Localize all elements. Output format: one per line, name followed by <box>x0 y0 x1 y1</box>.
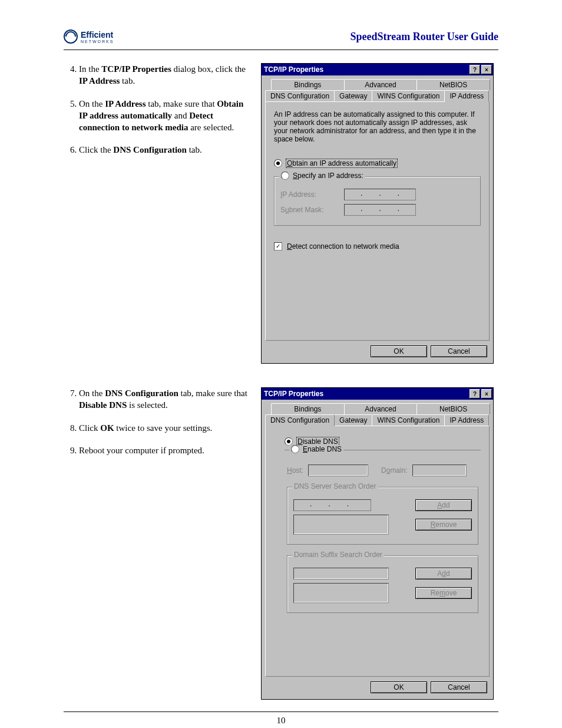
help-icon[interactable]: ? <box>470 65 480 74</box>
step-5: On the IP Address tab, make sure that Ob… <box>79 98 252 134</box>
dns-ip-input: ... <box>293 499 371 511</box>
host-label: Host: <box>287 466 303 475</box>
tab-advanced[interactable]: Advanced <box>344 403 418 414</box>
group-domain-suffix-order: Domain Suffix Search Order Add Remove <box>287 555 478 613</box>
radio-enable-dns[interactable]: Enable DNS <box>303 445 342 453</box>
brand-sub: NETWORKS <box>81 39 114 44</box>
swirl-icon <box>64 29 78 44</box>
titlebar[interactable]: TCP/IP Properties ? × <box>262 388 493 400</box>
tab-advanced[interactable]: Advanced <box>344 79 418 90</box>
instructions-2: On the DNS Configuration tab, make sure … <box>64 387 252 467</box>
tab-netbios[interactable]: NetBIOS <box>416 79 490 90</box>
step-7: On the DNS Configuration tab, make sure … <box>79 387 252 411</box>
brand-logo: Efficient NETWORKS <box>64 29 114 44</box>
ok-button[interactable]: OK <box>371 681 427 693</box>
close-icon[interactable]: × <box>481 389 492 398</box>
tab-netbios[interactable]: NetBIOS <box>416 403 490 414</box>
radio-specify-ip[interactable]: Specify an IP address: <box>293 172 363 180</box>
tab-bindings[interactable]: Bindings <box>271 403 345 414</box>
subnet-mask-input: ... <box>344 204 416 216</box>
dialog-title: TCP/IP Properties <box>264 390 323 398</box>
guide-title: SpeedStream Router User Guide <box>351 31 499 43</box>
checkbox-detect-connection[interactable]: ✓ Detect connection to network media <box>274 242 481 251</box>
dialog-title: TCP/IP Properties <box>264 65 323 74</box>
dialog-dns-config: TCP/IP Properties ? × Bindings Advanced … <box>261 387 494 700</box>
step-9: Reboot your computer if prompted. <box>79 444 252 456</box>
remove-button: Remove <box>415 587 472 599</box>
tab-bindings[interactable]: Bindings <box>271 79 345 90</box>
instructions-1: In the TCP/IP Properties dialog box, cli… <box>64 63 252 167</box>
ip-address-label: IP Address: <box>280 190 339 199</box>
tab-wins-configuration[interactable]: WINS Configuration <box>372 90 445 101</box>
close-icon[interactable]: × <box>481 65 492 74</box>
tab-panel-ip-address: An IP address can be automatically assig… <box>265 101 490 341</box>
radio-icon <box>274 159 282 167</box>
suffix-input <box>293 568 389 579</box>
domain-input <box>412 465 467 476</box>
brand-name: Efficient <box>81 30 114 39</box>
header-rule <box>64 50 498 50</box>
tab-dns-configuration[interactable]: DNS Configuration <box>265 90 335 101</box>
subnet-mask-label: Subnet Mask: <box>280 206 339 214</box>
dns-list <box>293 515 389 535</box>
tab-dns-configuration[interactable]: DNS Configuration <box>265 414 335 426</box>
radio-obtain-auto[interactable]: Obtain an IP address automatically <box>274 159 481 168</box>
step-6: Click the DNS Configuration tab. <box>79 144 252 156</box>
ok-button[interactable]: OK <box>371 345 427 357</box>
radio-icon <box>291 445 299 453</box>
domain-label: Domain: <box>381 466 408 475</box>
cancel-button[interactable]: Cancel <box>431 681 487 693</box>
dns-server-order-label: DNS Server Search Order <box>292 482 378 490</box>
radio-icon <box>281 172 289 180</box>
radio-icon <box>285 437 293 446</box>
tab-ip-address[interactable]: IP Address <box>444 90 489 102</box>
domain-suffix-order-label: Domain Suffix Search Order <box>292 551 384 559</box>
host-input <box>308 465 368 476</box>
tab-gateway[interactable]: Gateway <box>334 90 372 101</box>
help-icon[interactable]: ? <box>470 389 480 398</box>
ip-address-input: ... <box>344 189 416 200</box>
tab-wins-configuration[interactable]: WINS Configuration <box>372 414 445 426</box>
suffix-list <box>293 583 389 603</box>
group-specify-ip: Specify an IP address: IP Address: ... S… <box>274 176 481 226</box>
remove-button: Remove <box>415 519 472 531</box>
step-4: In the TCP/IP Properties dialog box, cli… <box>79 63 252 87</box>
step-8: Click OK twice to save your settings. <box>79 422 252 434</box>
checkbox-icon: ✓ <box>274 242 282 251</box>
cancel-button[interactable]: Cancel <box>431 345 487 357</box>
panel-description: An IP address can be automatically assig… <box>274 110 481 143</box>
page-number: 10 <box>64 711 498 726</box>
dialog-ip-address: TCP/IP Properties ? × Bindings Advanced … <box>261 63 494 364</box>
titlebar[interactable]: TCP/IP Properties ? × <box>262 64 493 75</box>
tab-ip-address[interactable]: IP Address <box>444 414 489 426</box>
tab-panel-dns: Disable DNS Enable DNS Host: Domain: <box>265 426 490 677</box>
add-button: Add <box>415 568 472 579</box>
group-enable-dns: Enable DNS Host: Domain: DNS Server Sear… <box>285 450 481 615</box>
add-button: Add <box>415 499 472 511</box>
tab-gateway[interactable]: Gateway <box>334 414 372 426</box>
group-dns-server-order: DNS Server Search Order ... Add Remove <box>287 487 478 545</box>
